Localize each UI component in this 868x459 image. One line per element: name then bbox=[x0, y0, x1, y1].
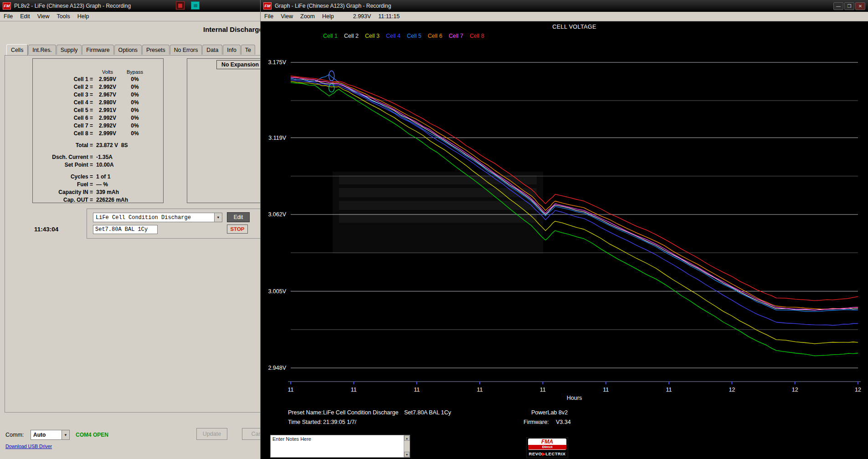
table-row: Cell 5 =2.991V0% bbox=[33, 107, 163, 114]
summary-row: Cap. OUT =226226 mAh bbox=[33, 196, 163, 204]
cell-label: Cell 7 = bbox=[33, 122, 93, 130]
scroll-down-icon[interactable]: ▼ bbox=[404, 452, 410, 457]
bypass-header: Bypass bbox=[122, 69, 148, 76]
graph-window: FM Graph - LiFe (Chinese A123) Graph - R… bbox=[260, 0, 868, 459]
summary-row: Fuel =— % bbox=[33, 181, 163, 189]
table-row: Cell 6 =2.992V0% bbox=[33, 114, 163, 122]
tab-options[interactable]: Options bbox=[114, 45, 142, 55]
edit-button[interactable]: Edit bbox=[227, 212, 250, 222]
series-cell-5 bbox=[291, 75, 858, 311]
download-usb-driver-link[interactable]: Download USB Driver bbox=[5, 444, 52, 449]
y-axis-label: 3.175V bbox=[268, 59, 286, 66]
volts-header: Volts bbox=[93, 69, 122, 76]
summary-label: Dsch. Current = bbox=[33, 153, 93, 161]
menu-tools[interactable]: Tools bbox=[53, 12, 74, 20]
x-axis-label: 11 bbox=[288, 387, 294, 393]
logo-direct-text: Direct bbox=[528, 445, 566, 449]
cell-volts: 2.959V bbox=[93, 76, 122, 83]
x-axis-label: 11 bbox=[540, 387, 546, 393]
cell-volts: 2.967V bbox=[93, 91, 122, 99]
table-row: Cell 4 =2.980V0% bbox=[33, 99, 163, 107]
balance-marker-icon bbox=[329, 71, 334, 81]
tab-presets[interactable]: Presets bbox=[142, 45, 169, 55]
tab-int-res[interactable]: Int.Res. bbox=[28, 45, 56, 55]
cell-bypass: 0% bbox=[122, 76, 148, 83]
x-axis-label: 12 bbox=[729, 387, 735, 393]
cell-voltages-panel: Volts Bypass Cell 1 =2.959V0%Cell 2 =2.9… bbox=[32, 58, 164, 203]
summary-row: Capacity IN =339 mAh bbox=[33, 189, 163, 196]
summary-value: 10.00A bbox=[93, 161, 114, 169]
background-app-icon[interactable] bbox=[191, 1, 200, 10]
y-axis-label: 3.005V bbox=[268, 288, 286, 295]
y-axis-label: 3.119V bbox=[268, 135, 286, 141]
preset-detail: Set7.80A BAL 1Cy bbox=[404, 409, 451, 416]
page-title: Internal Discharge bbox=[203, 26, 263, 33]
y-axis-label: 2.948V bbox=[268, 365, 286, 371]
cell-columns-header: Volts Bypass bbox=[33, 69, 163, 76]
expansion-status-label: No Expansion bbox=[216, 60, 264, 69]
x-axis-label: 11 bbox=[414, 387, 420, 393]
notes-input[interactable]: Enter Notes Here bbox=[271, 435, 404, 457]
summary-label: Capacity IN = bbox=[33, 189, 93, 196]
left-window-title: PL8v2 - LiFe (Chinese A123) Graph - Reco… bbox=[14, 3, 131, 9]
summary-value: -1.35A bbox=[93, 153, 113, 161]
preset-name-value: LiFe Cell Condition Discharge bbox=[323, 409, 398, 416]
cell-volts: 2.991V bbox=[93, 107, 122, 114]
table-row: Cell 8 =2.999V0% bbox=[33, 130, 163, 138]
cell-label: Cell 4 = bbox=[33, 99, 93, 107]
series-cell-4 bbox=[291, 80, 858, 325]
update-button[interactable]: Update bbox=[196, 428, 227, 440]
preset-status-field[interactable]: Set7.80A BAL 1Cy bbox=[93, 225, 158, 234]
preset-name-label: Preset Name: bbox=[288, 409, 323, 416]
series-cell-6 bbox=[291, 77, 858, 309]
x-axis-label: 11 bbox=[477, 387, 483, 393]
summary-row: Cycles =1 of 1 bbox=[33, 173, 163, 181]
cell-bypass: 0% bbox=[122, 83, 148, 91]
time-started-value: 21:39:05 1/7/ bbox=[323, 419, 356, 425]
tab-te[interactable]: Te bbox=[241, 45, 255, 55]
cell-label: Cell 3 = bbox=[33, 91, 93, 99]
cell-volts: 2.992V bbox=[93, 122, 122, 130]
cell-volts: 2.992V bbox=[93, 114, 122, 122]
menu-help[interactable]: Help bbox=[74, 12, 93, 20]
table-row: Cell 3 =2.967V0% bbox=[33, 91, 163, 99]
summary-row: Set Point =10.00A bbox=[33, 161, 163, 169]
series-cell-2 bbox=[291, 79, 858, 310]
table-row: Cell 2 =2.992V0% bbox=[33, 83, 163, 91]
preset-select[interactable]: LiFe Cell Condition Discharge ▼ bbox=[93, 213, 222, 222]
comm-port-select[interactable]: Auto ▼ bbox=[31, 430, 70, 440]
logo-revolectrix-text: REVO▶LECTRIX bbox=[527, 450, 568, 457]
menu-file[interactable]: File bbox=[0, 12, 16, 20]
cell-bypass: 0% bbox=[122, 114, 148, 122]
stop-button[interactable]: STOP bbox=[227, 224, 248, 234]
cell-label: Cell 2 = bbox=[33, 83, 93, 91]
series-cell-8 bbox=[291, 76, 858, 301]
menu-edit[interactable]: Edit bbox=[16, 12, 34, 20]
tab-info[interactable]: Info bbox=[223, 45, 241, 55]
tab-data[interactable]: Data bbox=[202, 45, 222, 55]
firmware-label: Firmware: bbox=[524, 419, 549, 425]
x-axis-label: 11 bbox=[351, 387, 357, 393]
voltage-chart: 3.175V3.119V3.062V3.005V2.948V1111111111… bbox=[261, 0, 868, 459]
chevron-down-icon[interactable]: ▼ bbox=[62, 430, 69, 439]
notes-scrollbar[interactable]: ▲ ▼ bbox=[404, 435, 410, 457]
summary-value: 1 of 1 bbox=[93, 173, 110, 181]
chevron-down-icon[interactable]: ▼ bbox=[214, 213, 222, 222]
summary-value: 339 mAh bbox=[93, 189, 119, 196]
cell-volts: 2.992V bbox=[93, 83, 122, 91]
tab-cells[interactable]: Cells bbox=[6, 44, 28, 55]
background-app-icon[interactable] bbox=[176, 1, 185, 10]
y-axis-label: 3.062V bbox=[268, 211, 286, 218]
series-cell-3 bbox=[291, 81, 858, 343]
elapsed-time: 11:43:04 bbox=[34, 226, 58, 233]
series-cell-1 bbox=[291, 82, 858, 356]
menu-view[interactable]: View bbox=[34, 12, 53, 20]
tab-no-errors[interactable]: No Errors bbox=[170, 45, 202, 55]
cell-label: Cell 8 = bbox=[33, 130, 93, 138]
tab-firmware[interactable]: Firmware bbox=[82, 45, 113, 55]
cell-bypass: 0% bbox=[122, 107, 148, 114]
scroll-up-icon[interactable]: ▲ bbox=[404, 435, 410, 441]
cell-label: Cell 1 = bbox=[33, 76, 93, 83]
tab-supply[interactable]: Supply bbox=[56, 45, 82, 55]
fma-revolectrix-logo: FMA Direct REVO▶LECTRIX bbox=[526, 437, 568, 458]
